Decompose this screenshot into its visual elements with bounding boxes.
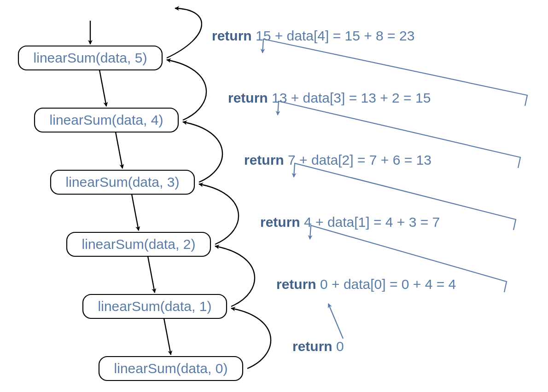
return-expr: 4 + data[1] = 4 + 3 = 7 — [300, 214, 440, 230]
call-label: linearSum(data, 3) — [66, 174, 180, 190]
value-flow-arrow — [328, 304, 343, 339]
call-label: linearSum(data, 4) — [50, 112, 163, 127]
call-arrow — [132, 194, 139, 231]
return-expr: 7 + data[2] = 7 + 6 = 13 — [284, 152, 431, 167]
call-node-3: linearSum(data, 3) — [51, 170, 194, 194]
call-arrow — [148, 256, 155, 293]
return-label: return 0 — [292, 339, 344, 354]
call-node-4: linearSum(data, 4) — [35, 108, 178, 132]
return-expr: 15 + data[4] = 15 + 8 = 23 — [252, 28, 415, 43]
call-label: linearSum(data, 5) — [34, 50, 147, 65]
call-arrow — [164, 318, 171, 355]
call-label: linearSum(data, 0) — [114, 361, 228, 376]
recursion-trace-diagram: linearSum(data, 5) linearSum(data, 4) li… — [0, 0, 548, 392]
return-keyword: return — [244, 152, 284, 167]
call-arrow — [99, 70, 106, 106]
return-keyword: return — [228, 90, 268, 105]
return-keyword: return — [212, 28, 252, 43]
return-keyword: return — [276, 277, 316, 292]
call-node-1: linearSum(data, 1) — [83, 294, 227, 318]
return-label: return 15 + data[4] = 15 + 8 = 23 — [212, 28, 414, 43]
call-label: linearSum(data, 2) — [82, 236, 196, 252]
return-arrow-top — [167, 8, 202, 58]
return-keyword: return — [292, 339, 332, 354]
return-label: return 4 + data[1] = 4 + 3 = 7 — [260, 214, 440, 230]
call-arrow — [116, 132, 122, 168]
call-node-5: linearSum(data, 5) — [18, 46, 162, 70]
return-expr: 0 — [332, 339, 344, 354]
call-node-2: linearSum(data, 2) — [67, 232, 210, 256]
return-expr: 0 + data[0] = 0 + 4 = 4 — [316, 277, 456, 292]
call-node-0: linearSum(data, 0) — [99, 357, 243, 380]
return-label: return 7 + data[2] = 7 + 6 = 13 — [244, 152, 431, 167]
return-expr: 13 + data[3] = 13 + 2 = 15 — [268, 90, 431, 105]
return-keyword: return — [260, 214, 300, 230]
return-label: return 0 + data[0] = 0 + 4 = 4 — [276, 277, 456, 292]
call-label: linearSum(data, 1) — [98, 299, 212, 314]
return-label: return 13 + data[3] = 13 + 2 = 15 — [228, 90, 431, 105]
